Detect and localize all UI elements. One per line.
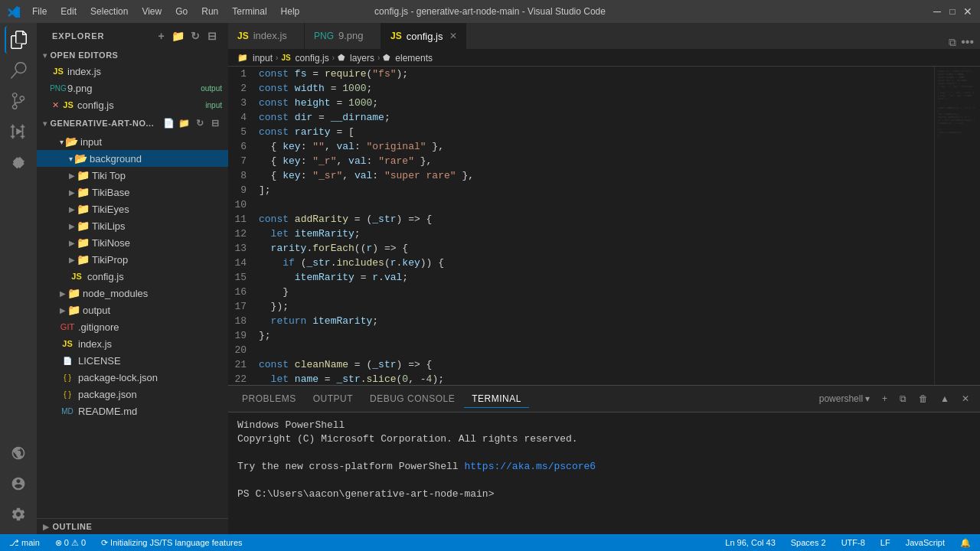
split-editor-icon[interactable]: ⧉: [949, 36, 956, 49]
refresh-icon[interactable]: ↻: [188, 29, 202, 43]
file-config-in-input[interactable]: JS config.js: [37, 268, 228, 285]
maximize-button[interactable]: □: [948, 7, 957, 16]
minimize-button[interactable]: ─: [933, 7, 942, 16]
folder-output[interactable]: ▶ 📁 output: [37, 302, 228, 318]
menu-terminal[interactable]: Terminal: [226, 5, 273, 18]
code-editor[interactable]: 1 const fs = require("fs"); 2 const widt…: [228, 67, 934, 385]
encoding-status[interactable]: UTF-8: [838, 538, 868, 547]
settings-icon[interactable]: [5, 500, 32, 528]
folder-background[interactable]: ▾ 📂 background: [37, 150, 228, 167]
menu-help[interactable]: Help: [275, 5, 306, 18]
close-editor-icon[interactable]: ✕: [52, 100, 59, 110]
extensions-icon[interactable]: [5, 148, 32, 176]
panel-tab-output[interactable]: Output: [305, 390, 361, 407]
folder-input[interactable]: ▾ 📂 input: [37, 133, 228, 150]
terminal-content[interactable]: Windows PowerShell Copyright (C) Microso…: [228, 412, 980, 534]
close-button[interactable]: ✕: [963, 7, 972, 16]
menu-run[interactable]: Run: [195, 5, 224, 18]
account-icon[interactable]: [5, 470, 32, 497]
line-num-7: 7: [228, 154, 259, 168]
file-packagejson[interactable]: { } package.json: [37, 386, 228, 403]
new-file-icon[interactable]: +: [155, 29, 168, 43]
powershell-label[interactable]: powershell ▾: [815, 392, 874, 406]
folder-tikinose[interactable]: ▶ 📁 TikiNose: [37, 234, 228, 251]
main-layout: Explorer + 📁 ↻ ⊟ ▾ Open Editors JS index…: [0, 23, 980, 534]
js-file-icon: JS: [52, 65, 64, 77]
folder-nodemodules[interactable]: ▶ 📁 node_modules: [37, 285, 228, 302]
menu-file[interactable]: File: [26, 5, 53, 18]
bc-input[interactable]: input: [253, 53, 273, 64]
split-terminal-icon[interactable]: ⧉: [895, 392, 911, 406]
close-panel-icon[interactable]: ✕: [957, 392, 974, 406]
folder-tikibase[interactable]: ▶ 📁 TikiBase: [37, 184, 228, 201]
new-folder-icon[interactable]: 📁: [172, 29, 185, 43]
project-header[interactable]: ▾ Generative-Art-No... 📄 📁 ↻ ⊟: [37, 113, 228, 133]
code-line-11: 11 const addRarity = (_str) => {: [228, 212, 934, 227]
new-file2-icon[interactable]: 📄: [162, 116, 176, 130]
code-line-12: 12 let itemRarity;: [228, 227, 934, 241]
folder-tikitop[interactable]: ▶ 📁 Tiki Top: [37, 167, 228, 184]
remote-icon[interactable]: [5, 439, 32, 467]
language-status[interactable]: JavaScript: [903, 538, 948, 547]
errors-status[interactable]: ⊗ 0 ⚠ 0: [52, 538, 89, 548]
source-control-icon[interactable]: [5, 87, 32, 115]
open-editors-header[interactable]: ▾ Open Editors: [37, 47, 228, 63]
line-num-17: 17: [228, 299, 259, 314]
menu-go[interactable]: Go: [169, 5, 194, 18]
tab-9png[interactable]: PNG 9.png: [305, 23, 381, 49]
search-icon[interactable]: [5, 57, 32, 84]
bc-elements[interactable]: elements: [395, 53, 433, 64]
git-branch-status[interactable]: ⎇ main: [6, 538, 43, 548]
explorer-icon[interactable]: [5, 26, 32, 54]
line-num-2: 2: [228, 81, 259, 96]
more-actions-icon[interactable]: •••: [961, 35, 974, 49]
kill-terminal-icon[interactable]: 🗑: [914, 392, 933, 406]
file-indexjs-root[interactable]: JS index.js: [37, 335, 228, 352]
outline-label: Outline: [53, 522, 93, 531]
menu-edit[interactable]: Edit: [54, 5, 83, 18]
file-license[interactable]: 📄 LICENSE: [37, 352, 228, 369]
cursor-position[interactable]: Ln 96, Col 43: [722, 538, 778, 547]
new-folder2-icon[interactable]: 📁: [178, 116, 191, 130]
line-num-4: 4: [228, 110, 259, 125]
breadcrumb: 📁 input › JS config.js › ⬟ layers › ⬟ el…: [228, 50, 980, 67]
file-packagelock[interactable]: { } package-lock.json: [37, 369, 228, 386]
term-line-3: [237, 446, 971, 460]
language-features-status[interactable]: ⟳ Initializing JS/TS language features: [98, 538, 245, 548]
folder-tikieyes[interactable]: ▶ 📁 TikiEyes: [37, 201, 228, 217]
outline-header[interactable]: ▶ Outline: [37, 519, 228, 534]
panel-tab-debug[interactable]: Debug Console: [362, 390, 462, 407]
project-chevron-icon: ▾: [43, 119, 47, 128]
error-count: 0: [64, 538, 69, 547]
refresh2-icon[interactable]: ↻: [193, 116, 207, 130]
code-line-16: 16 }: [228, 285, 934, 299]
spaces-status[interactable]: Spaces 2: [788, 538, 829, 547]
tab-close-icon[interactable]: ✕: [447, 30, 459, 42]
menu-view[interactable]: View: [136, 5, 168, 18]
nodemodules-arrow-icon: ▶: [60, 289, 66, 298]
menu-selection[interactable]: Selection: [84, 5, 134, 18]
pscore-link[interactable]: https://aka.ms/pscore6: [464, 461, 596, 472]
open-file-indexjs[interactable]: JS index.js: [37, 63, 228, 80]
open-file-configjs[interactable]: ✕ JS config.js input: [37, 96, 228, 113]
collapse2-icon[interactable]: ⊟: [208, 116, 222, 130]
maximize-panel-icon[interactable]: ▲: [936, 392, 954, 406]
run-debug-icon[interactable]: [5, 118, 32, 145]
add-terminal-icon[interactable]: +: [877, 392, 892, 406]
collapse-icon[interactable]: ⊟: [205, 29, 219, 43]
tikitop-arrow-icon: ▶: [69, 171, 75, 180]
bc-configjs[interactable]: config.js: [296, 53, 329, 64]
status-left: ⎇ main ⊗ 0 ⚠ 0 ⟳ Initializing JS/TS lang…: [6, 538, 246, 548]
notifications-icon[interactable]: 🔔: [957, 538, 974, 548]
tab-configjs[interactable]: JS config.js ✕: [381, 23, 466, 49]
file-readme[interactable]: MD README.md: [37, 403, 228, 419]
panel-tab-problems[interactable]: Problems: [234, 390, 304, 407]
open-file-9png[interactable]: PNG 9.png output: [37, 80, 228, 96]
bc-layers[interactable]: layers: [350, 53, 374, 64]
folder-tikiprop[interactable]: ▶ 📁 TikiProp: [37, 251, 228, 268]
eol-status[interactable]: LF: [877, 538, 893, 547]
panel-tab-terminal[interactable]: Terminal: [464, 390, 529, 408]
folder-tikilips[interactable]: ▶ 📁 TikiLips: [37, 217, 228, 234]
tab-indexjs[interactable]: JS index.js: [228, 23, 305, 49]
file-gitignore[interactable]: GIT .gitignore: [37, 318, 228, 335]
